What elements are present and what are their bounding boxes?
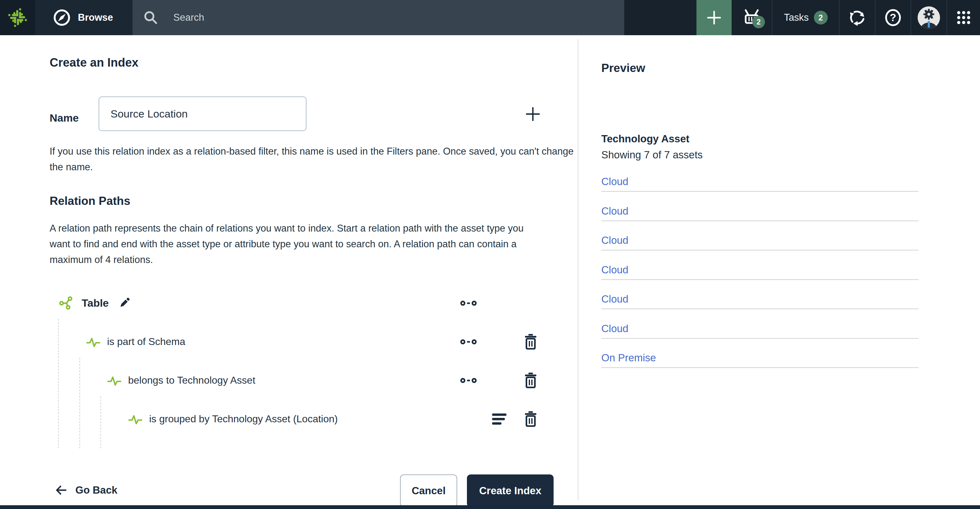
tasks-button[interactable]: Tasks 2 xyxy=(772,0,839,35)
relation-path-tree: Table xyxy=(49,284,577,455)
list-item: Cloud xyxy=(601,291,918,309)
attribute-lines-icon xyxy=(492,413,507,425)
global-search xyxy=(132,0,624,35)
relation-pulse-icon xyxy=(86,335,100,349)
bottom-window-bar xyxy=(0,505,980,509)
preview-asset-list: Cloud Cloud Cloud Cloud Cloud Cloud On P… xyxy=(601,174,918,380)
help-icon: ? xyxy=(883,8,903,27)
list-item: Cloud xyxy=(601,174,918,191)
tree-row-root: Table xyxy=(49,284,577,322)
asset-link[interactable]: Cloud xyxy=(601,323,628,334)
asset-link[interactable]: Cloud xyxy=(601,293,628,305)
tree-row-relation: is part of Schema xyxy=(49,322,577,361)
plus-icon xyxy=(706,10,722,25)
pencil-icon xyxy=(117,296,131,310)
delete-relation-button[interactable] xyxy=(524,372,538,389)
navbar-spacer xyxy=(624,0,697,35)
tree-row-relation: belongs to Technology Asset xyxy=(49,361,577,400)
trash-icon xyxy=(524,372,538,389)
preview-heading: Preview xyxy=(601,61,645,75)
relation-label: is part of Schema xyxy=(107,336,185,348)
tasks-badge: 2 xyxy=(814,11,828,24)
basket-button[interactable]: 2 xyxy=(732,0,772,35)
apps-grid-button[interactable] xyxy=(947,0,980,35)
create-button[interactable] xyxy=(697,0,732,35)
tree-row-relation: is grouped by Technology Asset (Location… xyxy=(49,400,577,438)
relation-pulse-icon xyxy=(129,412,142,426)
create-index-button[interactable]: Create Index xyxy=(467,474,554,507)
arrow-left-icon xyxy=(54,483,68,497)
asset-link[interactable]: Cloud xyxy=(601,264,628,276)
plus-icon xyxy=(524,105,541,123)
top-navbar: Browse 2 Tasks 2 xyxy=(0,0,980,35)
preview-pane: Preview Technology Asset Showing 7 of 7 … xyxy=(578,35,980,505)
tasks-label: Tasks xyxy=(784,12,808,23)
help-button[interactable]: ? xyxy=(875,0,911,35)
collibra-logo-icon xyxy=(8,8,28,28)
relation-label: belongs to Technology Asset xyxy=(128,375,255,386)
name-label: Name xyxy=(49,112,79,124)
delete-relation-button[interactable] xyxy=(524,333,538,350)
sync-icon xyxy=(848,8,867,27)
go-back-button[interactable]: Go Back xyxy=(54,483,118,497)
list-item: Cloud xyxy=(601,203,918,221)
asset-link[interactable]: On Premise xyxy=(601,352,656,364)
basket-badge: 2 xyxy=(752,16,765,28)
list-item: Cloud xyxy=(601,233,918,251)
create-index-pane: Create an Index Name If you use this rel… xyxy=(0,35,578,505)
asset-link[interactable]: Cloud xyxy=(601,176,628,187)
name-help-text: If you use this relation index as a rela… xyxy=(49,144,577,175)
list-item: Cloud xyxy=(601,262,918,280)
profile-button[interactable] xyxy=(911,0,947,35)
trash-icon xyxy=(524,411,538,427)
trash-icon xyxy=(524,333,538,350)
list-item: Cloud xyxy=(601,321,918,339)
app-logo[interactable] xyxy=(0,0,35,35)
svg-text:?: ? xyxy=(890,12,896,23)
relation-cardinality-icon xyxy=(460,298,477,308)
browse-label: Browse xyxy=(78,12,113,23)
edit-root-button[interactable] xyxy=(117,296,131,310)
relation-paths-description: A relation path represents the chain of … xyxy=(49,220,546,268)
asset-link[interactable]: Cloud xyxy=(601,235,628,246)
browse-menu[interactable]: Browse xyxy=(35,0,132,35)
relation-cardinality-icon xyxy=(460,337,477,346)
root-asset-label: Table xyxy=(82,297,109,309)
relation-cardinality-icon xyxy=(460,376,477,385)
list-item: On Premise xyxy=(601,350,918,368)
add-relation-path-button[interactable] xyxy=(522,103,544,125)
search-input[interactable] xyxy=(173,12,582,23)
asset-type-icon xyxy=(59,296,74,311)
cancel-button[interactable]: Cancel xyxy=(400,474,457,507)
relation-label: is grouped by Technology Asset (Location… xyxy=(149,413,338,425)
compass-icon xyxy=(53,8,71,27)
relation-pulse-icon xyxy=(107,373,121,388)
preview-asset-type: Technology Asset xyxy=(601,133,690,145)
avatar xyxy=(917,6,940,29)
delete-relation-button[interactable] xyxy=(524,411,538,427)
index-name-input[interactable] xyxy=(99,96,307,131)
page-title: Create an Index xyxy=(49,55,138,70)
apps-grid-icon xyxy=(955,9,972,26)
preview-count: Showing 7 of 7 assets xyxy=(601,148,703,161)
search-icon xyxy=(143,10,158,25)
asset-link[interactable]: Cloud xyxy=(601,205,628,217)
go-back-label: Go Back xyxy=(75,484,118,496)
sync-button[interactable] xyxy=(839,0,875,35)
relation-paths-heading: Relation Paths xyxy=(49,194,130,208)
